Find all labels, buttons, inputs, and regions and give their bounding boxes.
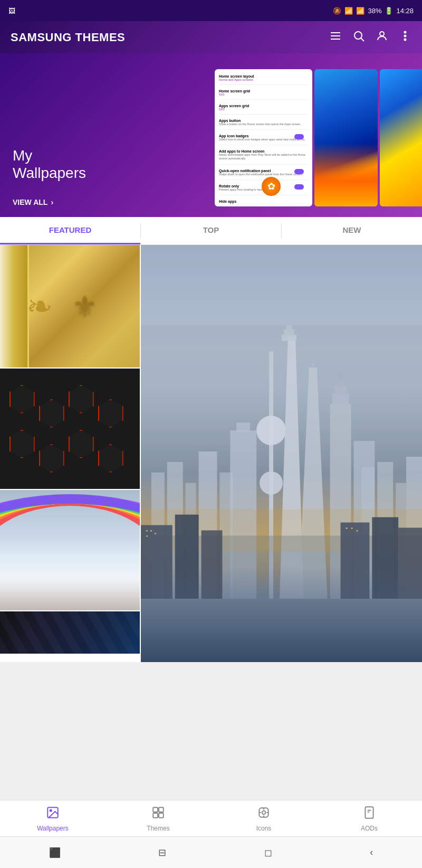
- svg-point-6: [405, 32, 406, 33]
- svg-rect-30: [334, 386, 347, 395]
- svg-point-5: [380, 32, 384, 36]
- tab-top[interactable]: TOP: [141, 217, 281, 244]
- svg-rect-32: [339, 374, 343, 380]
- view-all-button[interactable]: VIEW ALL ›: [13, 198, 86, 206]
- app-title: SAMSUNG THEMES: [11, 31, 125, 44]
- nav-themes[interactable]: Themes: [137, 806, 179, 832]
- svg-point-3: [354, 32, 362, 39]
- battery-icon: 🔋: [385, 7, 393, 15]
- status-bar: 🖼 🔕 📶 📶 38% 🔋 14:28: [0, 0, 422, 21]
- orange-dot-icon: ✿: [262, 177, 281, 196]
- svg-rect-54: [159, 807, 164, 812]
- hexagon-dark-image: [0, 369, 140, 489]
- content-tabs: FEATURED TOP NEW: [0, 217, 422, 245]
- svg-rect-29: [332, 393, 349, 407]
- list-view-button[interactable]: [329, 30, 342, 45]
- back-button[interactable]: ‹: [370, 847, 373, 858]
- status-left: 🖼: [8, 7, 15, 15]
- svg-rect-50: [356, 530, 358, 531]
- chevron-right-icon: ›: [51, 198, 53, 206]
- svg-point-20: [256, 416, 286, 445]
- svg-rect-55: [153, 813, 158, 818]
- rainbow-image: [0, 490, 140, 610]
- tab-new[interactable]: NEW: [282, 217, 422, 244]
- svg-rect-25: [286, 325, 292, 331]
- wallpapers-nav-icon: [46, 806, 60, 823]
- svg-point-58: [262, 811, 266, 815]
- mute-icon: 🔕: [333, 7, 341, 15]
- svg-rect-48: [346, 528, 348, 529]
- wallpaper-item-gold[interactable]: ⚜: [0, 245, 140, 367]
- more-options-button[interactable]: [399, 30, 411, 45]
- city-skyline-image: [141, 245, 422, 662]
- svg-rect-53: [153, 807, 158, 812]
- gold-ornamental-image: ⚜: [0, 245, 140, 367]
- settings-preview-image: Home screen layout Home and Apps screens…: [215, 69, 312, 206]
- system-navigation-bar: ⬛ ⊟ ◻ ‹: [0, 836, 422, 868]
- search-button[interactable]: [352, 30, 365, 45]
- home-button[interactable]: ◻: [264, 847, 272, 858]
- blue-gold-preview-1: [314, 69, 378, 206]
- status-right: 🔕 📶 📶 38% 🔋 14:28: [333, 7, 414, 15]
- svg-rect-49: [351, 528, 353, 529]
- svg-rect-47: [146, 535, 148, 536]
- svg-rect-46: [155, 533, 156, 534]
- grid-left-column: ⚜: [0, 245, 140, 662]
- bottom-navigation: Wallpapers Themes Icons: [0, 800, 422, 836]
- battery-text: 38%: [368, 7, 381, 15]
- wallpaper-item-dark-abstract[interactable]: [0, 611, 140, 654]
- svg-point-7: [405, 35, 406, 37]
- themes-nav-icon: [151, 806, 165, 823]
- clock: 14:28: [396, 7, 414, 15]
- nav-aods[interactable]: AODs: [348, 806, 390, 832]
- svg-point-8: [405, 39, 406, 41]
- grid-layout: ⚜: [0, 245, 422, 662]
- aods-nav-icon: [362, 806, 376, 823]
- nav-wallpapers[interactable]: Wallpapers: [32, 806, 74, 832]
- icons-nav-icon: [257, 806, 271, 823]
- svg-point-52: [50, 810, 52, 812]
- app-header: SAMSUNG THEMES: [0, 21, 422, 53]
- city-svg: [141, 324, 422, 599]
- wallpaper-grid: ⚜: [0, 245, 422, 731]
- nav-wallpapers-label: Wallpapers: [37, 825, 69, 832]
- svg-rect-31: [337, 379, 345, 387]
- svg-rect-63: [365, 807, 373, 818]
- my-wallpapers-banner: My Wallpapers VIEW ALL › Home screen lay…: [0, 53, 422, 217]
- signal-icon: 📶: [356, 7, 365, 15]
- banner-preview-images: Home screen layout Home and Apps screens…: [215, 53, 422, 217]
- notification-icon: 🖼: [8, 7, 15, 15]
- svg-rect-45: [150, 530, 152, 531]
- nav-themes-label: Themes: [147, 825, 169, 832]
- wallpaper-item-hexagon[interactable]: [0, 369, 140, 489]
- svg-line-4: [361, 39, 365, 42]
- wallpaper-item-city[interactable]: [141, 245, 422, 662]
- wifi-icon: 📶: [344, 7, 353, 15]
- svg-rect-56: [159, 813, 164, 818]
- blue-gold-preview-2: [380, 69, 422, 206]
- svg-point-21: [260, 471, 283, 495]
- svg-rect-44: [146, 530, 148, 531]
- dark-abstract-image: [0, 611, 140, 654]
- nav-aods-label: AODs: [361, 825, 378, 832]
- wallpaper-item-rainbow[interactable]: [0, 490, 140, 610]
- banner-title: My Wallpapers: [13, 147, 86, 182]
- nav-icons-label: Icons: [256, 825, 272, 832]
- recents-button[interactable]: ⬛: [49, 847, 61, 858]
- task-switcher-button[interactable]: ⊟: [158, 847, 166, 858]
- account-button[interactable]: [376, 30, 388, 45]
- nav-icons[interactable]: Icons: [243, 806, 285, 832]
- svg-rect-34: [236, 422, 250, 432]
- banner-text-block: My Wallpapers VIEW ALL ›: [13, 147, 86, 206]
- header-actions: [329, 30, 411, 45]
- tab-featured[interactable]: FEATURED: [0, 217, 140, 244]
